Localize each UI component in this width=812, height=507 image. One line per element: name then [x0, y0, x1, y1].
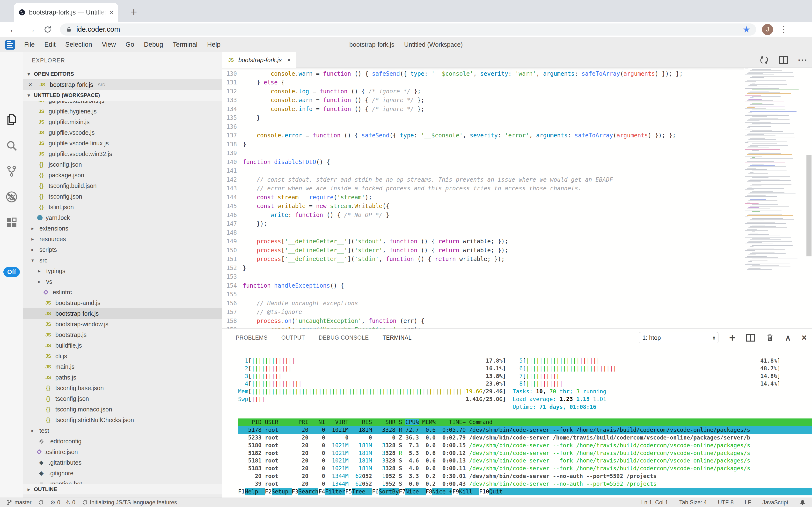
panel-tab-terminal[interactable]: TERMINAL	[383, 329, 412, 347]
new-tab-button[interactable]: +	[131, 6, 137, 17]
file-item-package.json[interactable]: {}package.json	[23, 170, 222, 180]
file-item-.eslintrc[interactable]: .eslintrc	[23, 287, 222, 297]
forward-icon[interactable]: →	[26, 24, 36, 35]
folder-item-resources[interactable]: ▸resources	[23, 234, 222, 244]
split-terminal-icon[interactable]	[746, 334, 755, 342]
avatar[interactable]: J	[762, 24, 773, 35]
problems-item[interactable]: ⊗ 0 ⚠ 0	[50, 499, 75, 506]
menu-item-terminal[interactable]: Terminal	[168, 41, 202, 48]
address-bar[interactable]: ide.coder.com ★	[60, 23, 756, 36]
file-item-gulpfile.vscode.linux.js[interactable]: JSgulpfile.vscode.linux.js	[23, 138, 222, 149]
outline-header[interactable]: ▸ OUTLINE	[23, 484, 222, 494]
folder-item-vs[interactable]: ▸vs	[23, 276, 222, 287]
url-text[interactable]: ide.coder.com	[76, 25, 738, 34]
file-item-paths.js[interactable]: JSpaths.js	[23, 372, 222, 383]
folder-item-scripts[interactable]: ▸scripts	[23, 244, 222, 255]
file-item-bootstrap-window.js[interactable]: JSbootstrap-window.js	[23, 319, 222, 330]
file-item-.gitattributes[interactable]: ◆.gitattributes	[23, 457, 222, 468]
file-item-tsconfig.strictNullChecks.json[interactable]: {}tsconfig.strictNullChecks.json	[23, 414, 222, 425]
editor-tab-close-icon[interactable]: ×	[287, 56, 291, 64]
debug-disabled-icon[interactable]	[5, 190, 18, 203]
search-icon[interactable]	[5, 139, 18, 152]
file-item-gulpfile.vscode.js[interactable]: JSgulpfile.vscode.js	[23, 127, 222, 138]
editor-tab[interactable]: JS bootstrap-fork.js ×	[222, 52, 296, 68]
menu-item-file[interactable]: File	[19, 41, 40, 48]
open-editors-header[interactable]: ▾ OPEN EDITORS	[23, 69, 222, 79]
file-item-yarn.lock[interactable]: yarn.lock	[23, 212, 222, 223]
file-item-.editorconfig[interactable]: .editorconfig	[23, 436, 222, 447]
browser-menu-icon[interactable]: ⋮	[779, 24, 788, 35]
panel-tab-problems[interactable]: PROBLEMS	[236, 329, 268, 347]
close-panel-icon[interactable]: ×	[802, 333, 807, 343]
language-status-item[interactable]: Initializing JS/TS language features	[82, 499, 177, 506]
git-branch-item[interactable]: master	[6, 499, 32, 506]
file-item-tsconfig.base.json[interactable]: {}tsconfig.base.json	[23, 383, 222, 393]
status-item-javascript[interactable]: JavaScript	[762, 499, 788, 506]
menu-item-debug[interactable]: Debug	[139, 41, 168, 48]
workspace-header[interactable]: ▾ UNTITLED (WORKSPACE)	[23, 90, 222, 101]
file-item-tsconfig.json[interactable]: {}tsconfig.json	[23, 191, 222, 202]
bookmark-star-icon[interactable]: ★	[743, 24, 750, 35]
chevron-right-icon: ▸	[32, 236, 36, 242]
file-item-gulpfile.extensions.js[interactable]: JSgulpfile.extensions.js	[23, 101, 222, 106]
status-item-tab-size-4[interactable]: Tab Size: 4	[679, 499, 707, 506]
app-logo-icon[interactable]	[5, 40, 15, 50]
status-item-utf-8[interactable]: UTF-8	[718, 499, 734, 506]
code-editor[interactable]: 129 console.log = function () { safeSend…	[222, 68, 744, 329]
file-item-bootstrap.js[interactable]: JSbootstrap.js	[23, 330, 222, 340]
source-control-icon[interactable]	[5, 165, 18, 177]
file-tree[interactable]: JSgulpfile.extensions.jsJSgulpfile.hygie…	[23, 101, 222, 484]
file-item-tsconfig.build.json[interactable]: {}tsconfig.build.json	[23, 180, 222, 191]
status-badge[interactable]: Off	[3, 267, 20, 277]
file-item-gulpfile.hygiene.js[interactable]: JSgulpfile.hygiene.js	[23, 106, 222, 117]
bell-icon[interactable]	[799, 499, 806, 506]
menu-item-selection[interactable]: Selection	[60, 41, 97, 48]
minimap[interactable]	[744, 68, 806, 329]
menu-item-go[interactable]: Go	[121, 41, 139, 48]
editor-scrollbar[interactable]	[806, 155, 812, 257]
menu-item-view[interactable]: View	[97, 41, 121, 48]
reload-icon[interactable]	[43, 25, 52, 34]
terminal[interactable]: 1[||||||||||||| 17.8%] 5[|||||||||||||||…	[222, 347, 812, 498]
status-item-lf[interactable]: LF	[745, 499, 751, 506]
file-item-tslint.json[interactable]: {}tslint.json	[23, 202, 222, 212]
file-item-cli.js[interactable]: JScli.js	[23, 351, 222, 361]
extensions-icon[interactable]	[5, 216, 18, 229]
kill-terminal-icon[interactable]	[766, 333, 774, 342]
file-item-buildfile.js[interactable]: JSbuildfile.js	[23, 340, 222, 351]
close-icon[interactable]: ×	[28, 81, 35, 89]
menu-item-edit[interactable]: Edit	[40, 41, 61, 48]
file-item-gulpfile.vscode.win32.js[interactable]: JSgulpfile.vscode.win32.js	[23, 149, 222, 159]
menu-item-help[interactable]: Help	[202, 41, 226, 48]
file-item-gulpfile.mixin.js[interactable]: JSgulpfile.mixin.js	[23, 117, 222, 127]
file-item-tsconfig.monaco.json[interactable]: {}tsconfig.monaco.json	[23, 404, 222, 414]
file-item-tsconfig.json[interactable]: {}tsconfig.json	[23, 393, 222, 404]
folder-item-test[interactable]: ▸test	[23, 425, 222, 436]
more-actions-icon[interactable]: ···	[798, 55, 808, 65]
file-item-bootstrap-amd.js[interactable]: JSbootstrap-amd.js	[23, 297, 222, 308]
split-editor-icon[interactable]	[779, 56, 788, 64]
folder-item-typings[interactable]: ▸typings	[23, 266, 222, 276]
file-item-.mention-bot[interactable]: ≡.mention-bot	[23, 478, 222, 484]
explorer-icon[interactable]	[5, 113, 18, 126]
file-item-jsconfig.json[interactable]: {}jsconfig.json	[23, 159, 222, 170]
file-item-.gitignore[interactable]: ◆.gitignore	[23, 468, 222, 478]
new-terminal-icon[interactable]: +	[729, 332, 736, 343]
terminal-select[interactable]: 1: htop ▴▾	[639, 332, 719, 343]
panel-tab-debug-console[interactable]: DEBUG CONSOLE	[319, 329, 369, 347]
sync-icon[interactable]	[759, 55, 769, 65]
browser-tab-close-icon[interactable]: ×	[109, 9, 114, 16]
back-icon[interactable]: ←	[9, 24, 18, 35]
folder-item-extensions[interactable]: ▸extensions	[23, 223, 222, 234]
panel-tab-output[interactable]: OUTPUT	[282, 329, 305, 347]
browser-tab[interactable]: bootstrap-fork.js — Untitled (W ×	[14, 3, 118, 22]
file-item-main.js[interactable]: JSmain.js	[23, 361, 222, 372]
code-line: 129 console.log = function () { safeSend…	[222, 68, 744, 69]
status-item-ln-1-col-1[interactable]: Ln 1, Col 1	[641, 499, 668, 506]
folder-item-src[interactable]: ▾src	[23, 255, 222, 266]
maximize-panel-icon[interactable]: ∧	[785, 333, 791, 342]
file-item-bootstrap-fork.js[interactable]: JSbootstrap-fork.js	[23, 308, 222, 319]
sync-status-item[interactable]	[38, 499, 44, 506]
file-item-.eslintrc.json[interactable]: .eslintrc.json	[23, 447, 222, 457]
open-editor-item[interactable]: × JS bootstrap-fork.js src	[23, 79, 222, 90]
